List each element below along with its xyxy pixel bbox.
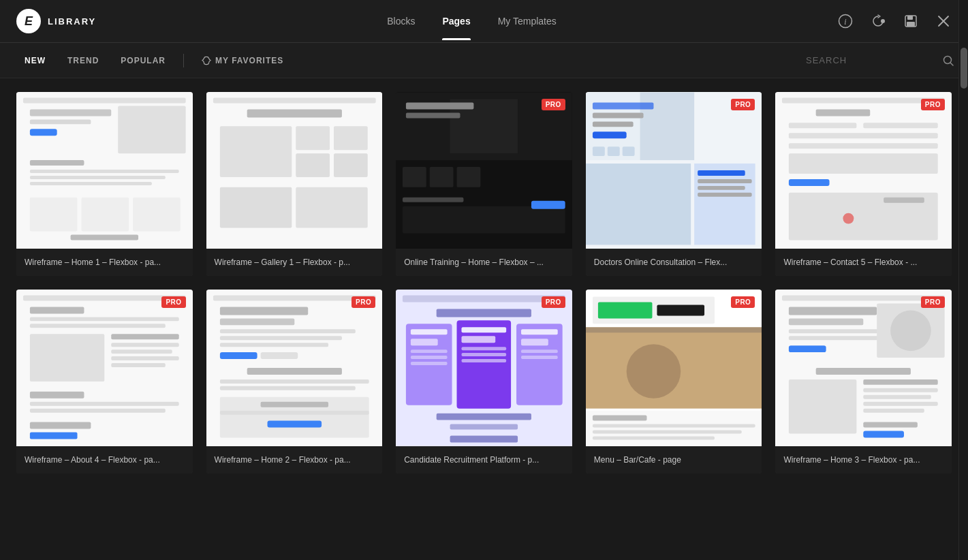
svg-rect-92 — [219, 318, 294, 325]
pro-badge: PRO — [921, 99, 945, 110]
template-card[interactable]: PRO — [206, 290, 383, 473]
logo-icon: E — [16, 9, 41, 33]
svg-rect-69 — [789, 179, 830, 186]
card-thumbnail: PRO — [206, 290, 383, 446]
template-card[interactable]: PRO — [16, 290, 193, 473]
svg-rect-100 — [219, 386, 355, 390]
svg-rect-104 — [267, 421, 322, 428]
pro-badge: PRO — [542, 99, 565, 110]
svg-rect-82 — [111, 356, 178, 360]
card-thumbnail: PRO — [586, 92, 762, 249]
svg-rect-83 — [111, 363, 166, 367]
svg-rect-126 — [450, 424, 518, 430]
svg-rect-87 — [30, 422, 91, 429]
template-card[interactable]: PRO Menu – Bar/Ca — [586, 290, 762, 473]
template-card[interactable]: Wireframe – Gallery 1 – Flexbox - p... — [206, 92, 383, 276]
card-info: Wireframe – Home 3 – Flexbox - pa... — [775, 446, 952, 473]
card-title: Wireframe – Home 3 – Flexbox - pa... — [783, 455, 920, 465]
svg-rect-143 — [789, 318, 863, 325]
svg-rect-77 — [30, 324, 166, 328]
card-title: Wireframe – Home 1 – Flexbox - pa... — [25, 258, 161, 267]
svg-rect-29 — [334, 126, 368, 150]
svg-rect-156 — [864, 422, 918, 428]
pro-badge: PRO — [352, 296, 375, 308]
svg-rect-52 — [593, 146, 605, 156]
svg-rect-18 — [30, 176, 166, 179]
svg-rect-133 — [626, 344, 681, 399]
nav-blocks[interactable]: Blocks — [387, 2, 415, 40]
svg-rect-33 — [296, 187, 367, 228]
search-icon — [942, 55, 954, 67]
card-thumbnail: PRO — [775, 290, 952, 446]
svg-rect-84 — [30, 392, 84, 399]
card-title: Candidate Recruitment Platform - p... — [404, 455, 539, 465]
nav-pages[interactable]: Pages — [442, 2, 470, 40]
svg-rect-149 — [816, 368, 911, 375]
save-icon-button[interactable] — [900, 10, 922, 32]
svg-rect-75 — [30, 307, 84, 313]
card-title: Wireframe – Gallery 1 – Flexbox - p... — [215, 258, 350, 267]
close-icon-button[interactable] — [933, 10, 954, 32]
svg-rect-134 — [586, 327, 762, 332]
svg-rect-124 — [521, 356, 558, 359]
svg-rect-113 — [521, 329, 558, 335]
template-card[interactable]: PRO — [586, 92, 762, 276]
svg-rect-93 — [219, 329, 355, 333]
svg-rect-49 — [593, 112, 644, 118]
refresh-icon-button[interactable] — [867, 10, 889, 32]
card-thumbnail — [206, 92, 383, 249]
svg-rect-97 — [260, 352, 298, 359]
svg-rect-26 — [247, 109, 341, 117]
card-title: Menu – Bar/Cafe - page — [594, 455, 681, 465]
info-icon-button[interactable]: i — [834, 10, 856, 32]
svg-rect-14 — [118, 106, 185, 154]
svg-rect-68 — [789, 153, 938, 174]
svg-rect-40 — [430, 167, 454, 187]
scrollbar-thumb[interactable] — [961, 48, 967, 89]
template-card[interactable]: Wireframe – Home 1 – Flexbox - pa... — [16, 92, 193, 276]
svg-rect-32 — [219, 187, 291, 228]
svg-rect-44 — [531, 201, 565, 209]
svg-rect-110 — [516, 324, 563, 405]
svg-rect-157 — [864, 431, 905, 438]
svg-rect-5 — [907, 22, 915, 27]
cards-grid: Wireframe – Home 1 – Flexbox - pa... Wir… — [0, 78, 968, 487]
svg-rect-56 — [698, 170, 745, 176]
svg-rect-122 — [462, 359, 507, 362]
toolbar: NEW TREND POPULAR MY FAVORITES — [0, 43, 968, 78]
template-card[interactable]: PRO Online Training – Home — [396, 92, 572, 276]
filter-trend[interactable]: TREND — [57, 50, 110, 71]
svg-rect-148 — [890, 310, 931, 351]
svg-rect-142 — [789, 307, 877, 315]
svg-rect-25 — [213, 98, 376, 104]
svg-rect-130 — [598, 302, 653, 319]
card-thumbnail: PRO — [586, 290, 762, 446]
template-card[interactable]: PRO — [775, 290, 952, 473]
svg-rect-38 — [406, 112, 460, 118]
favorites-button[interactable]: MY FAVORITES — [191, 50, 294, 71]
svg-rect-23 — [71, 234, 138, 240]
nav-my-templates[interactable]: My Templates — [498, 2, 557, 40]
svg-rect-4 — [907, 16, 913, 20]
svg-rect-81 — [111, 349, 172, 354]
svg-rect-31 — [334, 153, 368, 177]
card-thumbnail: PRO — [396, 92, 572, 249]
svg-rect-79 — [111, 334, 178, 339]
svg-rect-13 — [30, 119, 91, 124]
scrollbar[interactable] — [958, 0, 968, 560]
svg-rect-60 — [586, 164, 691, 245]
svg-rect-88 — [30, 432, 78, 439]
filter-popular[interactable]: POPULAR — [110, 50, 176, 71]
filter-new[interactable]: NEW — [14, 50, 57, 71]
svg-rect-67 — [789, 143, 938, 149]
pro-badge: PRO — [542, 296, 565, 308]
template-card[interactable]: PRO — [396, 290, 572, 473]
svg-rect-98 — [247, 368, 341, 375]
card-info: Wireframe – About 4 – Flexbox - pa... — [16, 446, 193, 473]
card-info: Wireframe – Gallery 1 – Flexbox - p... — [206, 249, 383, 276]
template-card[interactable]: PRO Wireframe – Contact 5 — [775, 92, 952, 276]
pro-badge: PRO — [731, 296, 755, 308]
svg-rect-115 — [462, 336, 496, 343]
card-info: Menu – Bar/Cafe - page — [586, 446, 762, 473]
search-input[interactable] — [800, 52, 937, 68]
